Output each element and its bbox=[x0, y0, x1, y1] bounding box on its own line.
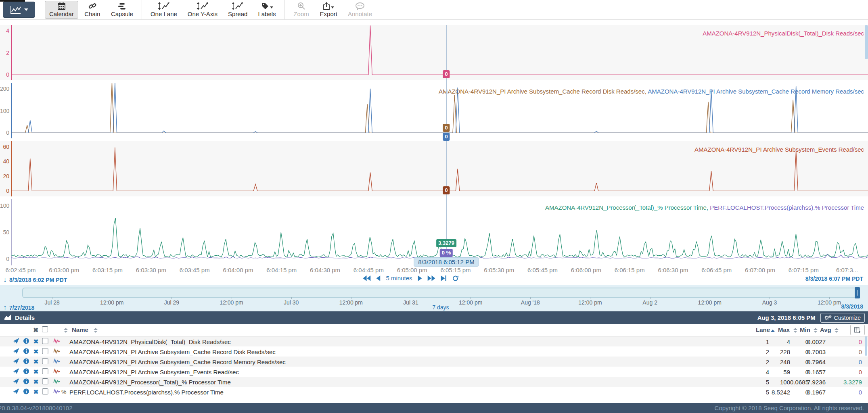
column-header-lane[interactable]: Lane bbox=[756, 326, 770, 333]
x-axis-tick-label: 6:06:00 pm bbox=[571, 267, 601, 273]
trend-lane-3[interactable]: 6040200AMAZONA-4RV912N_PI Archive Subsys… bbox=[0, 141, 868, 196]
x-axis-tick-label: 6:03:45 pm bbox=[180, 267, 210, 273]
remove-icon[interactable]: ✖ bbox=[33, 348, 39, 355]
send-to-icon[interactable] bbox=[13, 358, 19, 365]
sort-icon[interactable] bbox=[64, 326, 68, 333]
x-axis-tick-label: 6:02:45 pm bbox=[5, 267, 36, 273]
send-to-icon[interactable] bbox=[13, 348, 19, 355]
one-lane-button[interactable]: One Lane bbox=[146, 1, 182, 19]
step-forward-double-button[interactable] bbox=[428, 275, 435, 281]
customize-button[interactable]: Customize bbox=[820, 313, 865, 323]
investigate-range-start[interactable]: ↑ 7/27/2018 bbox=[3, 303, 34, 312]
details-table-row[interactable]: ✖AMAZONA-4RV912N_PhysicalDisk(_Total)_Di… bbox=[0, 336, 868, 346]
details-table-header: ✖NameLaneMaxMinAvg bbox=[0, 324, 868, 336]
details-table-row[interactable]: ✖AMAZONA-4RV912N_PI Archive Subsystem_Ca… bbox=[0, 357, 868, 367]
row-checkbox[interactable] bbox=[42, 378, 48, 386]
info-icon[interactable] bbox=[23, 378, 29, 386]
details-table-row[interactable]: ✖AMAZONA-4RV912N_PI Archive Subsystem_Ca… bbox=[0, 346, 868, 357]
y-axis-tick-label: 0 bbox=[0, 72, 9, 77]
trend-lane-2[interactable]: 2001000AMAZONA-4RV912N_PI Archive Subsys… bbox=[0, 83, 868, 138]
lane-series-label: AMAZONA-4RV912N_PI Archive Subsystem_Eve… bbox=[694, 146, 864, 153]
calendar-button[interactable]: Calendar bbox=[45, 1, 78, 19]
refresh-button[interactable] bbox=[452, 275, 459, 282]
x-axis-tick-label: 6:07:3... bbox=[836, 267, 858, 273]
step-to-end-button[interactable] bbox=[441, 275, 447, 281]
column-header-name[interactable]: Name bbox=[72, 326, 88, 333]
cell-cursor-value: 0 bbox=[859, 358, 862, 365]
cell-max: 100 bbox=[780, 378, 790, 385]
one-lane-label: One Lane bbox=[151, 10, 177, 17]
cell-max: 59 bbox=[783, 368, 790, 375]
series-name: AMAZONA-4RV912N_PI Archive Subsystem_Cac… bbox=[69, 348, 276, 355]
column-header-avg[interactable]: Avg bbox=[820, 326, 831, 333]
duration-label[interactable]: 5 minutes bbox=[386, 275, 412, 282]
chain-button[interactable]: Chain bbox=[80, 1, 105, 19]
remove-icon[interactable]: ✖ bbox=[33, 358, 39, 365]
y-axis-tick-label: 100 bbox=[0, 108, 9, 114]
row-checkbox[interactable] bbox=[42, 388, 48, 396]
send-to-icon[interactable] bbox=[13, 388, 19, 396]
send-to-icon[interactable] bbox=[13, 338, 19, 345]
timeline-selection-handle[interactable] bbox=[855, 287, 860, 298]
sort-icon[interactable] bbox=[94, 326, 98, 333]
chart-scrollbar-thumb[interactable] bbox=[865, 25, 868, 59]
trend-lane-4[interactable]: 100500AMAZONA-4RV912N_Processor(_Total)_… bbox=[0, 199, 868, 265]
one-y-axis-label: One Y-Axis bbox=[188, 10, 218, 17]
trend-lane-1[interactable]: 420AMAZONA-4RV912N_PhysicalDisk(_Total)_… bbox=[0, 25, 868, 80]
row-checkbox[interactable] bbox=[42, 358, 48, 365]
cell-avg: 0.1967 bbox=[807, 388, 826, 395]
spread-button[interactable]: Spread bbox=[224, 1, 252, 19]
row-checkbox[interactable] bbox=[42, 368, 48, 375]
labels-button[interactable]: Labels bbox=[253, 1, 280, 19]
zoom-label: Zoom bbox=[293, 10, 309, 17]
details-table-row[interactable]: ✖AMAZONA-4RV912N_Processor(_Total)_% Pro… bbox=[0, 377, 868, 387]
info-icon[interactable] bbox=[23, 338, 29, 345]
details-table-row[interactable]: ✖%PERF.LOCALHOST.Process(piarchss).% Pro… bbox=[0, 387, 868, 397]
view-selector-button[interactable] bbox=[3, 2, 35, 18]
info-icon[interactable] bbox=[23, 348, 29, 355]
send-to-icon[interactable] bbox=[13, 378, 19, 386]
column-header-max[interactable]: Max bbox=[778, 326, 790, 333]
row-checkbox[interactable] bbox=[42, 348, 48, 355]
sort-icon[interactable] bbox=[814, 326, 818, 333]
details-table-row[interactable]: ✖AMAZONA-4RV912N_PI Archive Subsystem_Ev… bbox=[0, 367, 868, 377]
overview-timeline: Jul 2812:00 pmJul 2912:00 pmJul 3012:00 … bbox=[0, 285, 868, 311]
display-range-start[interactable]: ↓ 8/3/2018 6:02 PM PDT bbox=[3, 275, 67, 284]
series-name: AMAZONA-4RV912N_PI Archive Subsystem_Eve… bbox=[69, 368, 239, 375]
trend-chart-area[interactable]: 420AMAZONA-4RV912N_PhysicalDisk(_Total)_… bbox=[0, 20, 868, 265]
one-y-axis-button[interactable]: One Y-Axis bbox=[183, 1, 222, 19]
sort-icon[interactable] bbox=[793, 326, 797, 333]
table-scrollbar-thumb[interactable] bbox=[865, 336, 867, 356]
select-all-checkbox[interactable] bbox=[42, 326, 48, 334]
step-back-double-button[interactable] bbox=[363, 275, 370, 281]
capsule-button[interactable]: Capsule bbox=[107, 1, 138, 19]
column-header-min[interactable]: Min bbox=[800, 326, 810, 333]
timeline-range-label[interactable]: 7 days bbox=[432, 304, 449, 311]
y-axis-tick-label: 50 bbox=[0, 229, 9, 235]
remove-icon[interactable]: ✖ bbox=[33, 378, 39, 386]
add-column-button[interactable] bbox=[850, 325, 865, 335]
y-axis-tick-label: 0 bbox=[0, 256, 9, 262]
remove-icon[interactable]: ✖ bbox=[33, 338, 39, 345]
timeline-bar[interactable] bbox=[22, 288, 860, 298]
cell-cursor-value: 0 bbox=[859, 368, 862, 375]
remove-all-button[interactable]: ✖ bbox=[33, 326, 38, 334]
footer-bar: 20.0.38.04-v201808040102 Copyright © 201… bbox=[0, 403, 868, 413]
sort-active-icon[interactable] bbox=[771, 326, 775, 333]
step-forward-button[interactable] bbox=[418, 275, 422, 281]
cell-max: 8.5242 bbox=[772, 388, 790, 395]
remove-icon[interactable]: ✖ bbox=[33, 368, 39, 375]
info-icon[interactable] bbox=[23, 388, 29, 396]
remove-icon[interactable]: ✖ bbox=[33, 388, 39, 396]
row-checkbox[interactable] bbox=[42, 338, 48, 345]
display-range-end[interactable]: 8/3/2018 6:07 PM PDT bbox=[805, 275, 863, 282]
timeline-end-date[interactable]: 8/3/2018 bbox=[841, 303, 864, 310]
step-back-button[interactable] bbox=[376, 275, 380, 281]
cell-lane: 2 bbox=[766, 348, 769, 355]
select-all-checkbox[interactable] bbox=[42, 326, 48, 332]
sort-icon[interactable] bbox=[835, 326, 839, 333]
export-button[interactable]: Export bbox=[316, 1, 342, 19]
send-to-icon[interactable] bbox=[13, 368, 19, 375]
info-icon[interactable] bbox=[23, 368, 29, 375]
info-icon[interactable] bbox=[23, 358, 29, 365]
